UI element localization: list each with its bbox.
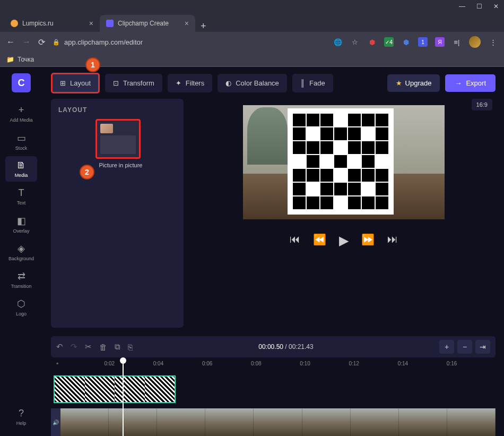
zoom-in-button[interactable]: + [439, 340, 454, 354]
sidebar-transition[interactable]: ⇄Transition [5, 267, 37, 292]
ext3-icon[interactable]: ⬢ [401, 37, 411, 47]
app-logo[interactable]: C [12, 73, 31, 92]
window-controls: — ☐ ✕ [0, 0, 504, 13]
timeline-tracks: 🔊 [51, 375, 496, 436]
color-balance-button[interactable]: ◐Color Balance [218, 74, 287, 92]
speaker-icon[interactable]: 🔊 [51, 408, 60, 436]
menu-icon[interactable]: ⋮ [488, 37, 498, 47]
skip-end-icon[interactable]: ⏭ [387, 233, 398, 248]
video-element [247, 107, 288, 165]
favicon-icon [106, 20, 114, 27]
sidebar-label: Text [17, 200, 26, 206]
zoom-out-button[interactable]: − [457, 340, 472, 354]
top-toolbar: ⊞Layout ⊡Transform ✦Filters ◐Color Balan… [42, 67, 504, 99]
sidebar-add-media[interactable]: +Add Media [5, 101, 37, 126]
sidebar-stock[interactable]: ▭Stock [5, 129, 37, 154]
tab-title: Lumpics.ru [22, 20, 54, 27]
plus-icon: + [19, 105, 24, 116]
forward-icon[interactable]: → [22, 37, 31, 47]
timecode: 00:00.50 / 00:21.43 [258, 343, 313, 350]
button-label: Export [466, 79, 486, 87]
button-label: Filters [186, 79, 204, 87]
ext4-icon[interactable]: 1 [418, 37, 428, 47]
ruler-mark: 0:06 [202, 361, 212, 366]
pip-option[interactable]: Picture in picture [95, 119, 146, 168]
filters-button[interactable]: ✦Filters [168, 74, 212, 92]
layout-button[interactable]: ⊞Layout [51, 73, 100, 93]
sidebar-label: Add Media [10, 117, 32, 123]
upgrade-button[interactable]: ★Upgrade [387, 74, 440, 92]
copy-icon[interactable]: ⧉ [115, 342, 120, 352]
help-icon: ? [19, 408, 24, 419]
app-container: C +Add Media ▭Stock 🗎Media TText ◧Overla… [0, 67, 504, 436]
media-icon: 🗎 [16, 160, 26, 171]
logo-icon: ⬡ [17, 298, 25, 310]
ext1-icon[interactable]: ⬢ [367, 37, 377, 47]
playhead[interactable] [123, 361, 124, 436]
bookmark-item[interactable]: Точка [18, 56, 34, 63]
new-tab-button[interactable]: + [195, 21, 212, 32]
qr-overlay [288, 108, 394, 215]
ext5-icon[interactable]: Я [435, 37, 445, 47]
lock-icon: 🔒 [53, 39, 60, 46]
forward-icon[interactable]: ⏩ [361, 233, 375, 248]
profile-avatar[interactable] [469, 36, 481, 48]
transform-button[interactable]: ⊡Transform [105, 74, 162, 92]
fit-button[interactable]: ⇥ [475, 340, 490, 354]
sidebar-label: Transition [11, 284, 31, 289]
bookmarks-bar: 📁 Точка [0, 52, 504, 67]
video-preview[interactable] [243, 105, 445, 219]
overlay-clip[interactable] [54, 375, 176, 403]
fade-button[interactable]: ║Fade [292, 74, 333, 92]
undo-icon[interactable]: ↶ [56, 342, 63, 352]
ext2-icon[interactable]: ✓4 [384, 37, 394, 47]
play-icon[interactable]: ▶ [339, 233, 349, 248]
reader-icon[interactable]: ≡| [452, 37, 462, 47]
url-input[interactable]: 🔒 app.clipchamp.com/editor [53, 38, 143, 46]
folder-icon: 📁 [6, 56, 14, 63]
ruler-mark: 0:10 [300, 361, 310, 366]
content-row: LAYOUT Picture in picture 16:9 [42, 99, 504, 328]
background-icon: ◈ [18, 243, 25, 254]
redo-icon[interactable]: ↷ [71, 342, 77, 352]
aspect-ratio-badge[interactable]: 16:9 [472, 99, 492, 110]
stock-icon: ▭ [17, 132, 26, 144]
tab-lumpics[interactable]: Lumpics.ru × [4, 15, 100, 32]
reload-icon[interactable]: ⟳ [38, 37, 45, 47]
export-button[interactable]: →Export [445, 74, 496, 92]
sidebar-text[interactable]: TText [5, 184, 37, 209]
pip-thumbnail [95, 119, 141, 159]
ruler-mark: 0:14 [398, 361, 408, 366]
translate-icon[interactable]: 🌐 [333, 37, 343, 47]
button-label: Transform [123, 79, 154, 87]
button-label: Fade [309, 79, 325, 87]
sidebar-overlay[interactable]: ◧Overlay [5, 211, 37, 237]
skip-start-icon[interactable]: ⏮ [290, 233, 300, 248]
sidebar-background[interactable]: ◈Background [5, 239, 37, 264]
balance-icon: ◐ [225, 79, 231, 87]
timeline-toolbar: ↶ ↷ ✂ 🗑 ⧉ ⎘ 00:00.50 / 00:21.43 + − ⇥ [51, 336, 496, 357]
panel-title: LAYOUT [58, 106, 176, 114]
cut-icon[interactable]: ✂ [85, 342, 92, 352]
maximize-button[interactable]: ☐ [475, 3, 483, 10]
time-ruler[interactable]: ⚬ 0:02 0:04 0:06 0:08 0:10 0:12 0:14 0:1… [51, 361, 496, 371]
video-clip[interactable] [60, 408, 496, 436]
favicon-icon [11, 20, 18, 27]
star-icon[interactable]: ☆ [350, 37, 360, 47]
sidebar-logo[interactable]: ⬡Logo [5, 294, 37, 320]
close-button[interactable]: ✕ [492, 3, 500, 10]
close-icon[interactable]: × [89, 19, 93, 28]
back-icon[interactable]: ← [6, 37, 15, 47]
rewind-icon[interactable]: ⏪ [313, 233, 326, 248]
delete-icon[interactable]: 🗑 [99, 343, 107, 352]
tab-clipchamp[interactable]: Clipchamp Create × [100, 15, 195, 32]
sidebar-label: Media [15, 173, 28, 178]
sidebar-media[interactable]: 🗎Media [5, 156, 37, 182]
paste-icon[interactable]: ⎘ [128, 343, 133, 352]
minimize-button[interactable]: — [458, 3, 466, 10]
sidebar-help[interactable]: ?Help [5, 404, 37, 430]
sidebar-label: Background [8, 256, 34, 261]
button-label: Layout [70, 79, 91, 87]
close-icon[interactable]: × [185, 19, 189, 28]
sidebar-label: Stock [15, 146, 28, 151]
